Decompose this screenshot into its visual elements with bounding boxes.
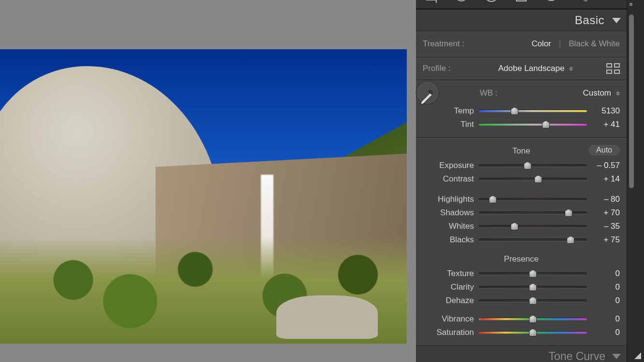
svg-point-3	[456, 0, 467, 1]
texture-value[interactable]: 0	[592, 269, 620, 278]
basic-panel-header[interactable]: Basic	[416, 10, 627, 31]
vibrance-label: Vibrance	[423, 314, 474, 324]
basic-panel-title: Basic	[575, 14, 604, 27]
shadows-label: Shadows	[423, 208, 474, 218]
separator: |	[559, 39, 561, 49]
highlights-value[interactable]: – 80	[592, 195, 620, 204]
shadows-slider[interactable]	[479, 211, 587, 214]
tonecurve-panel-header[interactable]: Tone Curve	[416, 346, 627, 362]
tonecurve-panel-title: Tone Curve	[548, 350, 605, 362]
collapse-icon	[612, 354, 621, 359]
dropdown-arrows-icon	[616, 91, 620, 96]
clarity-slider[interactable]	[479, 286, 587, 289]
exposure-slider[interactable]	[479, 164, 587, 167]
develop-panel-column: Basic Treatment : Color | Black & White …	[416, 0, 644, 362]
profile-section: Profile : Adobe Landscape	[416, 58, 627, 80]
tint-slider[interactable]	[479, 123, 587, 126]
saturation-value[interactable]: 0	[592, 328, 620, 337]
image-canvas-area	[0, 0, 416, 362]
graduated-filter-icon[interactable]	[513, 0, 530, 6]
dehaze-slider[interactable]	[479, 299, 587, 302]
contrast-slider[interactable]	[479, 178, 587, 181]
panel-scrollbar[interactable]	[627, 0, 644, 362]
temp-value[interactable]: 5130	[592, 106, 620, 116]
preview-image[interactable]	[0, 49, 407, 344]
wb-preset-dropdown[interactable]: Custom	[583, 88, 620, 98]
tool-strip	[416, 0, 627, 10]
vibrance-slider[interactable]	[479, 318, 587, 320]
contrast-value[interactable]: + 14	[592, 174, 620, 184]
texture-label: Texture	[423, 269, 474, 278]
blacks-label: Blacks	[423, 235, 474, 245]
spot-removal-icon[interactable]	[453, 0, 470, 6]
collapse-icon	[612, 18, 621, 23]
wb-label: WB :	[480, 88, 498, 98]
contrast-label: Contrast	[423, 174, 474, 184]
clarity-label: Clarity	[423, 282, 474, 292]
tint-value[interactable]: + 41	[592, 120, 620, 129]
tone-section: Tone Auto Exposure– 0.57 Contrast+ 14 Hi…	[416, 138, 627, 346]
profile-value: Adobe Landscape	[498, 64, 564, 73]
blacks-slider[interactable]	[479, 238, 587, 241]
resize-grip-icon[interactable]	[634, 352, 641, 359]
clarity-value[interactable]: 0	[592, 282, 620, 292]
radial-filter-icon[interactable]	[543, 0, 560, 6]
temp-slider-row: Temp 5130	[423, 104, 620, 118]
wb-value: Custom	[583, 88, 611, 98]
treatment-bw-button[interactable]: Black & White	[569, 39, 620, 49]
whites-slider[interactable]	[479, 225, 587, 228]
adjustment-brush-icon[interactable]	[572, 0, 590, 6]
tone-heading: Tone	[513, 146, 530, 156]
exposure-value[interactable]: – 0.57	[592, 161, 620, 170]
scroll-thumb[interactable]	[629, 14, 634, 188]
treatment-label: Treatment :	[423, 39, 464, 49]
white-balance-section: WB : Custom Temp 5130 Tint + 41	[416, 81, 627, 138]
highlights-label: Highlights	[423, 195, 474, 204]
saturation-slider[interactable]	[479, 331, 587, 334]
presence-heading: Presence	[504, 254, 539, 264]
scroll-marker-icon	[630, 3, 632, 6]
tint-label: Tint	[423, 120, 474, 129]
crop-tool-icon[interactable]	[423, 0, 440, 6]
svg-point-4	[485, 0, 498, 1]
texture-slider[interactable]	[479, 272, 587, 275]
svg-point-10	[416, 81, 439, 104]
svg-point-7	[545, 0, 558, 0]
blacks-value[interactable]: + 75	[592, 235, 620, 245]
dehaze-label: Dehaze	[423, 296, 474, 306]
highlights-slider[interactable]	[479, 198, 587, 201]
tint-slider-row: Tint + 41	[423, 118, 620, 131]
svg-rect-6	[516, 0, 526, 1]
saturation-label: Saturation	[423, 328, 474, 337]
whites-value[interactable]: – 35	[592, 222, 620, 231]
shadows-value[interactable]: + 70	[592, 208, 620, 218]
profile-dropdown[interactable]: Adobe Landscape	[498, 64, 573, 73]
dropdown-arrows-icon	[569, 67, 573, 71]
exposure-label: Exposure	[423, 161, 474, 170]
wb-eyedropper-icon[interactable]	[414, 81, 441, 108]
vibrance-value[interactable]: 0	[592, 314, 620, 324]
profile-browser-icon[interactable]	[606, 63, 620, 74]
temp-slider[interactable]	[479, 110, 587, 112]
treatment-section: Treatment : Color | Black & White	[416, 31, 627, 57]
svg-rect-9	[582, 0, 588, 2]
dehaze-value[interactable]: 0	[592, 296, 620, 306]
profile-label: Profile :	[423, 64, 451, 73]
treatment-color-button[interactable]: Color	[531, 39, 551, 49]
redeye-tool-icon[interactable]	[483, 0, 500, 6]
auto-tone-button[interactable]: Auto	[588, 145, 620, 155]
whites-label: Whites	[423, 222, 474, 231]
